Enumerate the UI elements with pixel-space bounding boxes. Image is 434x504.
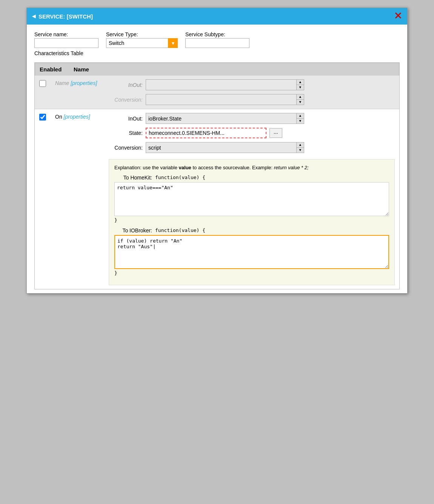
on-state-input[interactable] — [146, 128, 266, 138]
characteristics-table-label: Characteristics Table — [34, 50, 98, 56]
to-homekit-row: To HomeKit: function(value) { — [114, 175, 389, 181]
name-inout-select-wrapper: ▲ ▼ — [146, 79, 304, 90]
on-inout-select[interactable]: ioBroker.State — [146, 113, 296, 124]
to-homekit-section: To HomeKit: function(value) { return val… — [114, 175, 389, 223]
service-window: ◀ SERVICE: [SWITCH] Service name: Charac… — [26, 8, 408, 294]
name-inout-row: InOut: ▲ ▼ — [109, 79, 395, 90]
to-homekit-preamble: function(value) { — [155, 175, 205, 180]
on-inout-spinner: ▲ ▼ — [296, 113, 304, 124]
on-row-inner: On [properties] InOut: ioBroker.State — [39, 113, 395, 285]
name-conversion-select-wrapper: ▲ ▼ — [146, 94, 304, 105]
on-row: On [properties] InOut: ioBroker.State — [35, 109, 399, 289]
to-homekit-textarea[interactable]: return value==="An" — [114, 182, 389, 216]
name-inout-up-btn[interactable]: ▲ — [297, 80, 304, 85]
name-inout-select[interactable] — [146, 79, 296, 90]
to-iobroker-row: To IOBroker: function(value) { — [114, 227, 389, 233]
name-row-inner: Name [properties] InOut: — [39, 79, 395, 105]
name-label-cell: Name [properties] — [55, 79, 104, 86]
window-title: SERVICE: [SWITCH] — [38, 13, 93, 20]
to-iobroker-postamble: } — [114, 270, 389, 276]
on-conversion-up-btn[interactable]: ▲ — [297, 142, 304, 148]
service-subtype-input[interactable] — [185, 38, 249, 48]
service-type-label: Service Type: — [106, 31, 178, 37]
on-state-browse-button[interactable]: ··· — [269, 128, 282, 138]
to-iobroker-textarea[interactable]: if (value) return "An" return "Aus"| — [114, 235, 389, 269]
name-inout-label: InOut: — [109, 82, 143, 88]
name-conversion-row: Conversion: ▲ ▼ — [109, 94, 395, 105]
name-checkbox-cell — [39, 79, 51, 88]
to-homekit-postamble: } — [114, 217, 389, 223]
name-conversion-down-btn[interactable]: ▼ — [297, 100, 304, 105]
name-row-fields: InOut: ▲ ▼ — [109, 79, 395, 105]
on-state-label: State: — [109, 130, 143, 136]
on-char-label: On — [55, 114, 62, 120]
service-name-label: Service name: — [34, 31, 98, 37]
on-properties-link[interactable]: [properties] — [64, 114, 90, 120]
on-state-row: State: ··· — [109, 128, 395, 138]
name-properties-link[interactable]: [properties] — [71, 80, 97, 86]
on-inout-select-wrapper: ioBroker.State ▲ ▼ — [146, 113, 304, 124]
on-conversion-select-wrapper: script none ▲ ▼ — [146, 142, 304, 153]
on-inout-up-btn[interactable]: ▲ — [297, 113, 304, 119]
on-conversion-select[interactable]: script none — [146, 142, 296, 153]
top-row: Service name: Characteristics Table Serv… — [34, 31, 400, 56]
to-homekit-label: To HomeKit: — [114, 175, 152, 181]
service-type-select[interactable]: Switch Lightbulb Fan Outlet Lock — [106, 38, 178, 48]
header-name: Name — [74, 66, 394, 73]
on-row-fields: InOut: ioBroker.State ▲ ▼ — [109, 113, 395, 285]
name-inout-spinner: ▲ ▼ — [296, 79, 304, 90]
name-conversion-select[interactable] — [146, 94, 296, 105]
on-inout-row: InOut: ioBroker.State ▲ ▼ — [109, 113, 395, 124]
close-button[interactable] — [394, 12, 402, 21]
to-iobroker-section: To IOBroker: function(value) { if (value… — [114, 227, 389, 276]
conversion-section: Explanation: use the variable value to a… — [109, 159, 395, 285]
to-iobroker-preamble: function(value) { — [155, 227, 205, 233]
collapse-arrow-icon: ◀ — [32, 14, 35, 19]
characteristics-table: Enabled Name Name [properties] — [34, 62, 400, 289]
on-conversion-spinner: ▲ ▼ — [296, 142, 304, 153]
on-enabled-checkbox[interactable] — [39, 114, 46, 121]
service-type-arrow-button[interactable]: ▾ — [168, 38, 178, 48]
name-conversion-spinner: ▲ ▼ — [296, 94, 304, 105]
name-char-label: Name — [55, 80, 69, 86]
on-inout-down-btn[interactable]: ▼ — [297, 119, 304, 124]
on-checkbox-cell — [39, 113, 51, 122]
service-name-input[interactable] — [34, 38, 98, 48]
service-type-group: Service Type: Switch Lightbulb Fan Outle… — [106, 31, 178, 48]
on-inout-label: InOut: — [109, 116, 143, 122]
service-name-group: Service name: Characteristics Table — [34, 31, 98, 56]
on-conversion-down-btn[interactable]: ▼ — [297, 148, 304, 153]
content-area: Service name: Characteristics Table Serv… — [27, 25, 407, 293]
table-header: Enabled Name — [35, 63, 399, 76]
to-iobroker-label: To IOBroker: — [114, 227, 152, 233]
service-subtype-group: Service Subtype: — [185, 31, 249, 48]
on-label-cell: On [properties] — [55, 113, 104, 120]
service-type-select-wrapper: Switch Lightbulb Fan Outlet Lock ▾ — [106, 38, 178, 48]
name-row: Name [properties] InOut: — [35, 76, 399, 109]
value-keyword: value — [179, 165, 191, 170]
name-inout-down-btn[interactable]: ▼ — [297, 85, 304, 90]
example-code: return value * 2; — [274, 165, 309, 170]
header-enabled: Enabled — [40, 66, 74, 73]
title-bar-left: ◀ SERVICE: [SWITCH] — [32, 13, 93, 20]
name-conversion-up-btn[interactable]: ▲ — [297, 94, 304, 100]
close-icon — [394, 12, 402, 19]
on-conversion-label: Conversion: — [109, 145, 143, 151]
name-enabled-checkbox[interactable] — [39, 80, 46, 87]
title-bar: ◀ SERVICE: [SWITCH] — [27, 8, 407, 25]
explanation-text: Explanation: use the variable value to a… — [114, 164, 389, 172]
on-conversion-row: Conversion: script none ▲ ▼ — [109, 142, 395, 153]
name-conversion-label: Conversion: — [109, 97, 143, 103]
service-subtype-label: Service Subtype: — [185, 31, 249, 37]
